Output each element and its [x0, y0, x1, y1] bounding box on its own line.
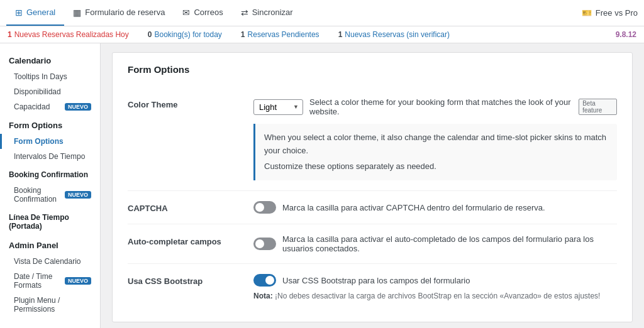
badge-nuevo-booking: NUEVO — [65, 191, 91, 199]
captcha-row: CAPTCHA Marca la casilla para activar CA… — [128, 191, 617, 224]
sidebar-item-date-time[interactable]: Date / Time Formats NUEVO — [0, 269, 100, 293]
badge-nuevo-capacidad: NUEVO — [65, 103, 91, 111]
css-bootstrap-control: Usar CSS Bootstrap para los campos del f… — [253, 274, 617, 300]
captcha-label: CAPTCHA — [128, 201, 253, 213]
sidebar-item-form-options[interactable]: Form Options — [0, 134, 100, 149]
autocomplete-description: Marca la casilla para activar el auto-co… — [282, 234, 617, 253]
color-theme-description: Select a color theme for your booking fo… — [309, 97, 572, 116]
main-layout: Calendario Tooltips In Days Disponibilid… — [0, 43, 644, 328]
free-vs-pro[interactable]: 🎫 Free vs Pro — [582, 8, 638, 18]
captcha-toggle[interactable] — [253, 201, 276, 214]
color-theme-select-wrapper: Light Dark Custom — [253, 99, 303, 115]
autocomplete-slider — [253, 238, 276, 250]
css-bootstrap-slider — [253, 274, 276, 287]
css-bootstrap-row: Usa CSS Bootstrap Usar CSS Bootstrap par… — [128, 264, 617, 310]
captcha-description: Marca la casilla para activar CAPTCHA de… — [282, 203, 545, 212]
sidebar-section-calendario: Calendario — [0, 50, 100, 69]
general-icon: ⊞ — [15, 8, 23, 18]
formulario-icon: ▦ — [73, 8, 81, 18]
bootstrap-note-text: ¡No debes desactivar la carga de archivo… — [273, 292, 601, 300]
info-line1: When you select a color theme, it also c… — [264, 131, 608, 158]
css-bootstrap-toggle[interactable] — [253, 274, 276, 287]
stat-nuevas-realizadas: 1 Nuevas Reservas Realizadas Hoy — [8, 30, 129, 39]
info-line2: Customize these options separately as ne… — [264, 160, 608, 173]
captcha-toggle-row: Marca la casilla para activar CAPTCHA de… — [253, 201, 617, 214]
stat-booking-today-link[interactable]: Booking(s) for today — [154, 30, 221, 39]
version-number: 9.8.12 — [616, 30, 636, 39]
css-bootstrap-toggle-row: Usar CSS Bootstrap para los campos del f… — [253, 274, 617, 287]
sidebar-item-booking-confirmation[interactable]: Booking Confirmation NUEVO — [0, 183, 100, 207]
captcha-slider — [253, 201, 276, 214]
form-options-box: Form Options Color Theme Light Dark Cust… — [112, 52, 633, 322]
color-theme-row: Color Theme Light Dark Custom Select a c… — [128, 87, 617, 191]
stat-pendientes: 1 Reservas Pendientes — [241, 30, 319, 39]
stat-nuevas-realizadas-link[interactable]: Nuevas Reservas Realizadas Hoy — [14, 30, 129, 39]
sidebar-item-plugin-menu[interactable]: Plugin Menu / Permissions — [0, 293, 100, 317]
nav-formulario[interactable]: ▦ Formulario de reserva — [64, 0, 174, 26]
color-theme-select[interactable]: Light Dark Custom — [253, 99, 303, 115]
sidebar: Calendario Tooltips In Days Disponibilid… — [0, 43, 101, 328]
autocomplete-toggle[interactable] — [253, 238, 276, 250]
autocomplete-label: Auto-completar campos — [128, 234, 253, 246]
sidebar-section-form-options: Form Options — [0, 114, 100, 134]
css-bootstrap-description: Usar CSS Bootstrap para los campos del f… — [282, 276, 470, 285]
sidebar-item-vista-calendario[interactable]: Vista De Calendario — [0, 254, 100, 269]
sidebar-item-tooltips[interactable]: Tooltips In Days — [0, 69, 100, 84]
sincronizar-icon: ⇄ — [241, 8, 248, 18]
sidebar-section-admin: Admin Panel — [0, 234, 100, 254]
color-theme-inline: Light Dark Custom Select a color theme f… — [253, 97, 617, 116]
stat-pendientes-link[interactable]: Reservas Pendientes — [248, 30, 319, 39]
nav-sincronizar[interactable]: ⇄ Sincronizar — [232, 0, 302, 26]
correos-icon: ✉ — [182, 8, 190, 18]
nav-general[interactable]: ⊞ General — [6, 0, 64, 26]
ticket-icon: 🎫 — [582, 8, 592, 18]
top-navigation: ⊞ General ▦ Formulario de reserva ✉ Corr… — [0, 0, 644, 26]
bootstrap-note-bold: Nota: — [253, 292, 273, 300]
color-theme-control: Light Dark Custom Select a color theme f… — [253, 97, 617, 180]
stat-sin-verificar: 1 Nuevas Reservas (sin verificar) — [338, 30, 450, 39]
form-options-title: Form Options — [128, 64, 617, 75]
sidebar-section-linea: Línea De Tiempo (Portada) — [0, 207, 100, 234]
stat-sin-verificar-link[interactable]: Nuevas Reservas (sin verificar) — [345, 30, 450, 39]
stats-bar: 1 Nuevas Reservas Realizadas Hoy 0 Booki… — [0, 26, 644, 43]
sidebar-item-intervalos[interactable]: Intervalos De Tiempo — [0, 149, 100, 164]
autocomplete-control: Marca la casilla para activar el auto-co… — [253, 234, 617, 253]
main-content-area: Form Options Color Theme Light Dark Cust… — [101, 43, 644, 328]
sidebar-section-booking-confirmation: Booking Confirmation — [0, 164, 100, 183]
badge-nuevo-datetime: NUEVO — [65, 277, 91, 285]
color-theme-label: Color Theme — [128, 97, 253, 109]
color-theme-info-box: When you select a color theme, it also c… — [253, 124, 617, 180]
sidebar-item-capacidad[interactable]: Capacidad NUEVO — [0, 99, 100, 114]
nav-correos[interactable]: ✉ Correos — [174, 0, 231, 26]
autocomplete-row: Auto-completar campos Marca la casilla p… — [128, 224, 617, 264]
bootstrap-note: Nota: ¡No debes desactivar la carga de a… — [253, 292, 617, 300]
sidebar-item-disponibilidad[interactable]: Disponibilidad — [0, 84, 100, 99]
autocomplete-toggle-row: Marca la casilla para activar el auto-co… — [253, 234, 617, 253]
beta-badge: Beta feature — [579, 99, 617, 115]
css-bootstrap-label: Usa CSS Bootstrap — [128, 274, 253, 286]
captcha-control: Marca la casilla para activar CAPTCHA de… — [253, 201, 617, 214]
stat-booking-today: 0 Booking(s) for today — [148, 30, 222, 39]
